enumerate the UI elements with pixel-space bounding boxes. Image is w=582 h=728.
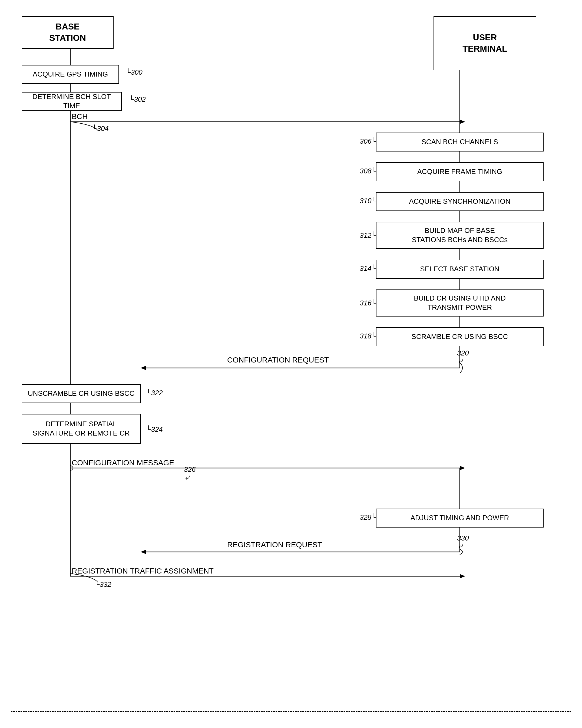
build-cr-box: BUILD CR USING UTID AND TRANSMIT POWER xyxy=(376,289,544,316)
bch-label: BCH xyxy=(72,112,88,121)
ref-320: 320⤶ xyxy=(457,349,469,366)
determine-spatial-box: DETERMINE SPATIAL SIGNATURE OR REMOTE CR xyxy=(22,414,141,444)
base-station-label: BASE STATION xyxy=(22,16,113,49)
svg-marker-27 xyxy=(460,574,465,578)
registration-traffic-label: REGISTRATION TRAFFIC ASSIGNMENT xyxy=(72,567,214,575)
ref-316: 316└ xyxy=(360,299,376,307)
ref-318: 318└ xyxy=(360,332,376,340)
ref-326: 326⤶ xyxy=(184,465,195,482)
ref-306: 306└ xyxy=(360,137,376,146)
config-message-label: CONFIGURATION MESSAGE xyxy=(72,459,174,467)
config-request-label: CONFIGURATION REQUEST xyxy=(227,356,329,364)
acquire-sync-box: ACQUIRE SYNCHRONIZATION xyxy=(376,192,544,211)
unscramble-cr-box: UNSCRAMBLE CR USING BSCC xyxy=(22,384,141,403)
ref-330: 330⤶ xyxy=(457,534,469,551)
scramble-cr-box: SCRAMBLE CR USING BSCC xyxy=(376,327,544,346)
adjust-timing-box: ADJUST TIMING AND POWER xyxy=(376,509,544,527)
svg-marker-20 xyxy=(460,466,465,470)
dashed-bottom-line xyxy=(11,711,571,712)
registration-request-label: REGISTRATION REQUEST xyxy=(227,541,322,549)
select-bs-box: SELECT BASE STATION xyxy=(376,260,544,279)
svg-marker-15 xyxy=(141,366,146,370)
ref-332: └332 xyxy=(95,580,111,589)
ref-312: 312└ xyxy=(360,231,376,240)
ref-322: └322 xyxy=(146,389,163,397)
ref-328: 328└ xyxy=(360,513,376,522)
acquire-gps-box: ACQUIRE GPS TIMING xyxy=(22,65,119,84)
svg-marker-4 xyxy=(460,120,465,124)
user-terminal-label: USER TERMINAL xyxy=(433,16,536,70)
diagram: BASE STATION USER TERMINAL ACQUIRE GPS T… xyxy=(0,0,582,728)
ref-310: 310└ xyxy=(360,197,376,205)
ref-300: └300 xyxy=(126,68,142,77)
svg-marker-24 xyxy=(141,550,146,554)
acquire-frame-box: ACQUIRE FRAME TIMING xyxy=(376,162,544,181)
scan-bch-box: SCAN BCH CHANNELS xyxy=(376,133,544,152)
ref-302: └302 xyxy=(129,95,146,104)
build-map-box: BUILD MAP OF BASE STATIONS BCHs AND BSCC… xyxy=(376,222,544,249)
ref-304: └304 xyxy=(92,125,109,133)
ref-324: └324 xyxy=(146,425,163,434)
ref-308: 308└ xyxy=(360,167,376,175)
determine-bch-box: DETERMINE BCH SLOT TIME xyxy=(22,92,122,111)
ref-314: 314└ xyxy=(360,264,376,273)
